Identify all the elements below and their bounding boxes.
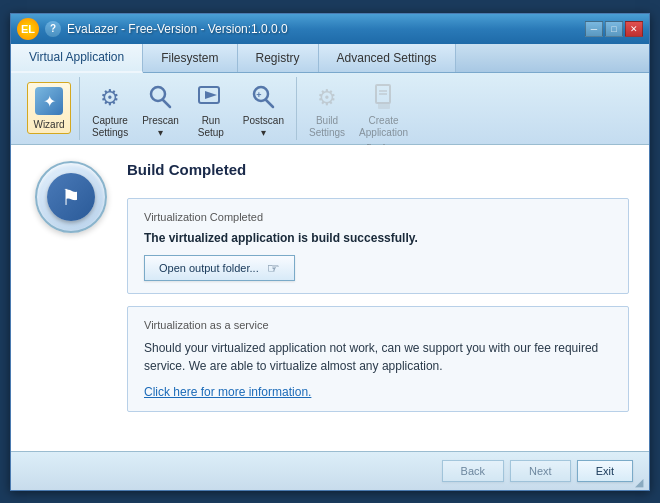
page-title: Build Completed [127, 161, 629, 178]
ribbon-label-postscan: Postscan▾ [243, 115, 284, 139]
virtualization-section-title: Virtualization Completed [144, 211, 612, 223]
more-info-link[interactable]: Click here for more information. [144, 385, 311, 399]
ribbon-items-capture: ⚙ CaptureSettings Prescan▾ [88, 79, 288, 141]
svg-text:⚙: ⚙ [100, 85, 120, 110]
back-button[interactable]: Back [442, 460, 504, 482]
wizard-inner-icon: ⚑ [47, 173, 95, 221]
ribbon-label-prescan: Prescan▾ [142, 115, 179, 139]
tab-virtual-application[interactable]: Virtual Application [11, 44, 143, 73]
ribbon-group-create: ⚙ BuildSettings CreateApplicat [297, 77, 420, 140]
left-panel: ⚑ [31, 161, 111, 435]
window-title: EvaLazer - Free-Version - Version:1.0.0.… [67, 22, 288, 36]
ribbon-group-capture: ⚙ CaptureSettings Prescan▾ [80, 77, 297, 140]
ribbon-item-build-settings: ⚙ BuildSettings [305, 79, 349, 141]
title-bar-left: EL ? EvaLazer - Free-Version - Version:1… [17, 18, 288, 40]
title-bar: EL ? EvaLazer - Free-Version - Version:1… [11, 14, 649, 44]
help-icon[interactable]: ? [45, 21, 61, 37]
main-content: ⚑ Build Completed Virtualization Complet… [11, 145, 649, 451]
tab-filesystem[interactable]: Filesystem [143, 44, 237, 72]
success-message: The virtualized application is build suc… [144, 231, 612, 245]
main-window: EL ? EvaLazer - Free-Version - Version:1… [10, 13, 650, 491]
ribbon-label-build-settings: BuildSettings [309, 115, 345, 139]
service-section-title: Virtualization as a service [144, 319, 612, 331]
footer: Back Next Exit [11, 451, 649, 490]
wizard-icon: ✦ [33, 85, 65, 117]
ribbon-item-run-setup[interactable]: RunSetup [189, 79, 233, 141]
prescan-icon [144, 81, 176, 113]
ribbon-item-wizard[interactable]: ✦ Wizard [27, 82, 71, 134]
service-description: Should your virtualized application not … [144, 339, 612, 375]
ribbon-items-wizard: ✦ Wizard [27, 79, 71, 138]
maximize-button[interactable]: □ [605, 21, 623, 37]
resize-handle[interactable]: ◢ [635, 476, 647, 488]
ribbon: ✦ Wizard ⚙ CaptureSettings [11, 73, 649, 145]
ribbon-label-wizard: Wizard [33, 119, 64, 131]
ribbon-item-create-application: CreateApplication [355, 79, 412, 141]
app-icon: EL [17, 18, 39, 40]
run-setup-icon [195, 81, 227, 113]
svg-line-4 [163, 100, 170, 107]
ribbon-label-create-application: CreateApplication [359, 115, 408, 139]
svg-line-8 [266, 100, 273, 107]
ribbon-label-run-setup: RunSetup [198, 115, 224, 139]
svg-text:⚑: ⚑ [61, 185, 81, 210]
tab-bar: Virtual Application Filesystem Registry … [11, 44, 649, 73]
ribbon-group-wizard: ✦ Wizard [19, 77, 80, 140]
tab-advanced-settings[interactable]: Advanced Settings [319, 44, 456, 72]
postscan-icon: + [247, 81, 279, 113]
svg-rect-12 [378, 103, 390, 109]
capture-settings-icon: ⚙ [94, 81, 126, 113]
exit-button[interactable]: Exit [577, 460, 633, 482]
create-application-icon [368, 81, 400, 113]
close-button[interactable]: ✕ [625, 21, 643, 37]
service-section: Virtualization as a service Should your … [127, 306, 629, 412]
minimize-button[interactable]: ─ [585, 21, 603, 37]
window-controls: ─ □ ✕ [585, 21, 643, 37]
open-folder-label: Open output folder... [159, 262, 259, 274]
cursor-icon: ☞ [267, 260, 280, 276]
ribbon-item-prescan[interactable]: Prescan▾ [138, 79, 183, 141]
ribbon-item-postscan[interactable]: + Postscan▾ [239, 79, 288, 141]
next-button[interactable]: Next [510, 460, 571, 482]
svg-text:✦: ✦ [43, 93, 56, 110]
build-settings-icon: ⚙ [311, 81, 343, 113]
open-output-folder-button[interactable]: Open output folder... ☞ [144, 255, 295, 281]
right-panel: Build Completed Virtualization Completed… [127, 161, 629, 435]
ribbon-label-capture-settings: CaptureSettings [92, 115, 128, 139]
svg-text:+: + [257, 90, 262, 100]
ribbon-items-create: ⚙ BuildSettings CreateApplicat [305, 79, 412, 141]
tab-registry[interactable]: Registry [238, 44, 319, 72]
svg-text:⚙: ⚙ [317, 85, 337, 110]
wizard-circle-icon: ⚑ [35, 161, 107, 233]
ribbon-item-capture-settings[interactable]: ⚙ CaptureSettings [88, 79, 132, 141]
svg-marker-6 [205, 91, 217, 99]
virtualization-section: Virtualization Completed The virtualized… [127, 198, 629, 294]
